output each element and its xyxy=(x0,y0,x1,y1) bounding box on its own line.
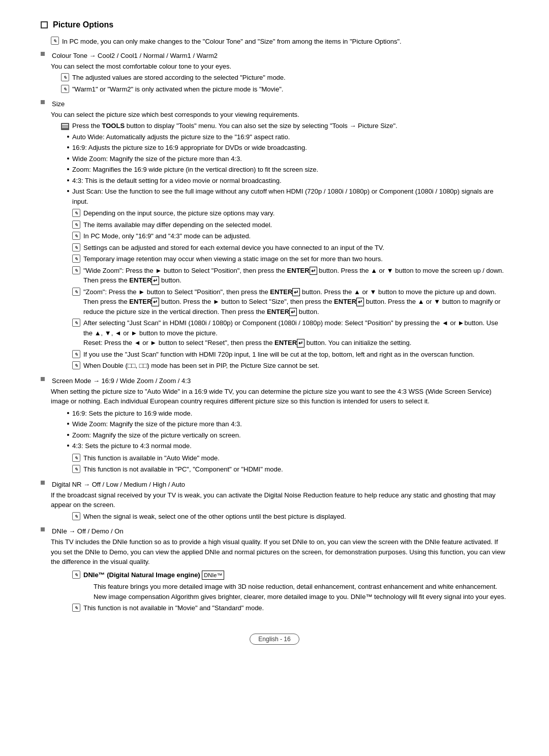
size-bullet-list: Auto Wide: Automatically adjusts the pic… xyxy=(67,132,508,207)
bullet-dot3 xyxy=(67,158,69,160)
sm-bullet3: Zoom: Magnify the size of the picture ve… xyxy=(67,430,508,440)
screen-mode-desc: When setting the picture size to "Auto W… xyxy=(51,387,508,406)
size-note-icon3: ✎ xyxy=(72,232,80,240)
size-desc: You can select the picture size which be… xyxy=(51,110,508,120)
footer-badge: English - 16 xyxy=(250,634,299,645)
size-note1: ✎ Depending on the input source, the pic… xyxy=(72,208,508,218)
sm-note2: ✎ This function is not available in "PC"… xyxy=(72,464,508,475)
section-title: Picture Options xyxy=(41,20,508,29)
square-bullet-dnr xyxy=(41,481,45,485)
sm-dot1 xyxy=(67,412,69,414)
screen-mode-body: When setting the picture size to "Auto W… xyxy=(51,387,508,475)
bullet-auto-wide: Auto Wide: Automatically adjusts the pic… xyxy=(67,132,508,142)
screen-mode-title-row: Screen Mode → 16:9 / Wide Zoom / Zoom / … xyxy=(41,377,508,385)
digital-nr-section: Digital NR → Off / Low / Medium / High /… xyxy=(41,481,508,522)
size-note-icon8: ✎ xyxy=(72,319,80,327)
colour-tone-desc: You can select the most comfortable colo… xyxy=(51,61,508,72)
size-title-row: Size xyxy=(41,100,508,108)
sm-dot3 xyxy=(67,434,69,436)
svg-rect-4 xyxy=(62,128,68,128)
square-bullet-dnle xyxy=(41,527,45,531)
bullet-zoom-text: Zoom: Magnifies the 16:9 wide picture (i… xyxy=(72,165,318,175)
note-icon: ✎ xyxy=(51,37,59,45)
svg-rect-3 xyxy=(62,127,68,127)
size-note5-text: Temporary image retention may occur when… xyxy=(83,254,508,264)
sm-bullet4-text: 4:3: Sets the picture to 4:3 normal mode… xyxy=(72,441,192,451)
size-note5: ✎ Temporary image retention may occur wh… xyxy=(72,254,508,264)
sm-bullet1-text: 16:9: Sets the picture to 16:9 wide mode… xyxy=(72,408,192,419)
digital-nr-title: Digital NR → Off / Low / Medium / High /… xyxy=(52,481,185,488)
size-note8: ✎ After selecting "Just Scan" in HDMI (1… xyxy=(72,318,508,348)
dnle-detail: This feature brings you more detailed im… xyxy=(94,582,508,602)
dnle-desc: This TV includes the DNIe function so as… xyxy=(51,537,508,567)
size-note-icon10: ✎ xyxy=(72,361,80,369)
tools-row: Press the TOOLS button to display "Tools… xyxy=(61,122,508,130)
size-note-icon1: ✎ xyxy=(72,209,80,217)
sm-note1-text: This function is available in "Auto Wide… xyxy=(83,453,508,463)
size-body: You can select the picture size which be… xyxy=(51,110,508,371)
size-note2: ✎ The items available may differ dependi… xyxy=(72,220,508,230)
size-note4-text: Settings can be adjusted and stored for … xyxy=(83,243,508,253)
size-note-icon4: ✎ xyxy=(72,243,80,251)
size-note9: ✎ If you use the "Just Scan" function wi… xyxy=(72,350,508,360)
bullet-auto-wide-text: Auto Wide: Automatically adjusts the pic… xyxy=(72,132,290,142)
dnle-section: DNIe → Off / Demo / On This TV includes … xyxy=(41,527,508,613)
svg-rect-2 xyxy=(62,125,68,126)
sm-note2-text: This function is not available in "PC", … xyxy=(83,464,508,475)
size-note10: ✎ When Double (□□, □□) mode has been set… xyxy=(72,361,508,371)
size-note-icon5: ✎ xyxy=(72,255,80,263)
dnr-note1-text: When the signal is weak, select one of t… xyxy=(83,512,508,522)
colour-tone-note1: ✎ The adjusted values are stored accordi… xyxy=(61,73,508,83)
page-title: Picture Options xyxy=(53,20,113,29)
size-note6: ✎ "Wide Zoom": Press the ► button to Sel… xyxy=(72,266,508,286)
size-note-icon9: ✎ xyxy=(72,350,80,358)
svg-rect-1 xyxy=(62,124,68,125)
bullet-dot2 xyxy=(67,146,69,148)
square-bullet-size xyxy=(41,100,45,104)
bullet-43: 4:3: This is the default setting for a v… xyxy=(67,176,508,186)
size-note7: ✎ "Zoom": Press the ► button to Select "… xyxy=(72,287,508,317)
bullet-dot6 xyxy=(67,190,69,192)
bullet-dot xyxy=(67,136,69,138)
colour-tone-note2-text: "Warm1" or "Warm2" is only activated whe… xyxy=(72,84,508,94)
colour-tone-note2: ✎ "Warm1" or "Warm2" is only activated w… xyxy=(61,84,508,94)
sm-note-icon1: ✎ xyxy=(72,454,80,462)
dnle-body: This TV includes the DNIe function so as… xyxy=(51,537,508,613)
digital-nr-body: If the broadcast signal received by your… xyxy=(51,490,508,522)
dnle-note2-text: This function is not available in "Movie… xyxy=(83,603,508,613)
dnle-note-icon: ✎ xyxy=(72,571,80,579)
colour-tone-section: Colour Tone → Cool2 / Cool1 / Normal / W… xyxy=(41,52,508,94)
top-note-row: ✎ In PC mode, you can only make changes … xyxy=(51,37,508,47)
bullet-169: 16:9: Adjusts the picture size to 16:9 a… xyxy=(67,143,508,153)
colour-tone-title: Colour Tone → Cool2 / Cool1 / Normal / W… xyxy=(52,52,218,59)
note-icon1: ✎ xyxy=(61,73,69,81)
square-bullet-screen xyxy=(41,377,45,381)
colour-tone-body: You can select the most comfortable colo… xyxy=(51,61,508,94)
dnle-title-row: DNIe → Off / Demo / On xyxy=(41,527,508,535)
sm-dot4 xyxy=(67,445,69,447)
bullet-dot5 xyxy=(67,179,69,181)
sm-bullet1: 16:9: Sets the picture to 16:9 wide mode… xyxy=(67,408,508,419)
size-note9-text: If you use the "Just Scan" function with… xyxy=(83,350,508,360)
size-note7-text: "Zoom": Press the ► button to Select "Po… xyxy=(83,287,508,317)
size-note1-text: Depending on the input source, the pictu… xyxy=(83,208,508,218)
dnle-note2: ✎ This function is not available in "Mov… xyxy=(72,603,508,613)
top-note-text: In PC mode, you can only make changes to… xyxy=(62,37,508,47)
square-bullet xyxy=(41,52,45,56)
footer: English - 16 xyxy=(41,628,508,645)
sm-note-icon2: ✎ xyxy=(72,465,80,473)
dnle-box: DNIe™ xyxy=(202,571,224,580)
screen-mode-title: Screen Mode → 16:9 / Wide Zoom / Zoom / … xyxy=(52,377,191,385)
size-note10-text: When Double (□□, □□) mode has been set i… xyxy=(83,361,508,371)
size-note2-text: The items available may differ depending… xyxy=(83,220,508,230)
sm-note1: ✎ This function is available in "Auto Wi… xyxy=(72,453,508,463)
size-note6-text: "Wide Zoom": Press the ► button to Selec… xyxy=(83,266,508,286)
size-section: Size You can select the picture size whi… xyxy=(41,100,508,371)
sm-bullet2-text: Wide Zoom: Magnify the size of the pictu… xyxy=(72,419,242,429)
screen-mode-bullets: 16:9: Sets the picture to 16:9 wide mode… xyxy=(67,408,508,451)
sm-bullet4: 4:3: Sets the picture to 4:3 normal mode… xyxy=(67,441,508,451)
size-note-icon7: ✎ xyxy=(72,288,80,296)
colour-tone-note1-text: The adjusted values are stored according… xyxy=(72,73,508,83)
bullet-169-text: 16:9: Adjusts the picture size to 16:9 a… xyxy=(72,143,307,153)
digital-nr-title-row: Digital NR → Off / Low / Medium / High /… xyxy=(41,481,508,488)
